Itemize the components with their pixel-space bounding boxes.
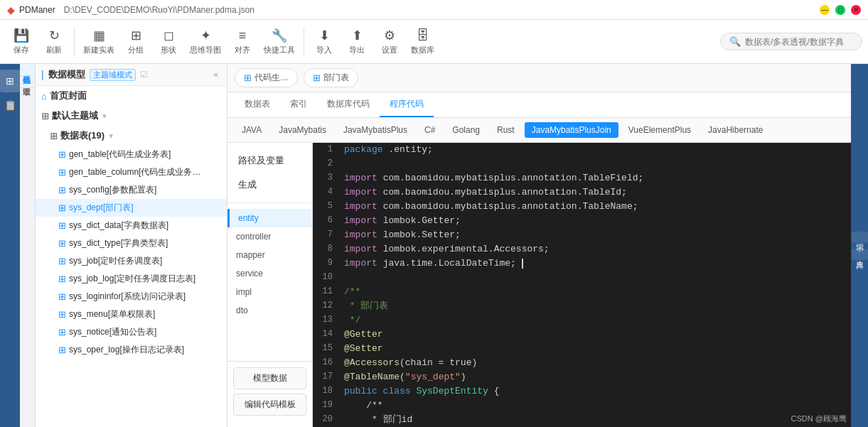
lang-tab-javamybatis[interactable]: JavaMybatis xyxy=(272,122,333,138)
database-icon: 🗄 xyxy=(417,28,429,43)
close-button[interactable]: ✕ xyxy=(851,5,861,15)
sidebar-item-entity[interactable]: entity xyxy=(227,209,312,227)
align-button[interactable]: ≡ 对齐 xyxy=(227,23,258,61)
lang-tab-csharp[interactable]: C# xyxy=(417,122,442,138)
line-number: 15 xyxy=(313,342,338,356)
group-button[interactable]: ⊞ 分组 xyxy=(120,23,151,61)
database-button[interactable]: 🗄 数据库 xyxy=(407,23,439,61)
import-icon: ⬇ xyxy=(319,28,330,43)
right-sidebar-label-2[interactable]: 典库 xyxy=(852,249,868,260)
left-panel: | 数据模型 主题域模式 ☑ « ⌂ 首页封面 ⊞ 默认主题域 ▼ ⊞ 数据表(… xyxy=(36,64,227,427)
line-content: import lombok.experimental.Accessors; xyxy=(338,242,555,256)
path-vars-btn[interactable]: 路径及变量 xyxy=(227,148,312,173)
table-item[interactable]: ⊞ sys_logininfor[系统访问记录表] xyxy=(36,288,227,306)
lang-tab-javahibernate[interactable]: JavaHibernate xyxy=(701,122,770,138)
lang-tab-golang[interactable]: Golang xyxy=(445,122,487,138)
line-number: 10 xyxy=(313,271,338,285)
code-line: 16 @Accessors(chain = true) xyxy=(313,356,851,370)
model-data-btn[interactable]: 模型数据 xyxy=(233,367,306,389)
quick-tools-button[interactable]: 🔧 快捷工具 xyxy=(259,23,299,61)
panel-collapse-btn[interactable]: « xyxy=(210,68,221,81)
code-gen-tab-btn[interactable]: ⊞ 代码生… xyxy=(235,68,298,87)
entity-icon-btn[interactable]: 📋 xyxy=(0,94,20,117)
code-line: 19 /** xyxy=(313,399,851,413)
line-number: 9 xyxy=(313,256,338,271)
window-controls: — □ ✕ xyxy=(820,5,861,15)
tables-section-header[interactable]: ⊞ 数据表(19) ▼ xyxy=(36,126,227,146)
table-icon: ⊞ xyxy=(58,309,66,320)
table-item[interactable]: ⊞ sys_dict_type[字典类型表] xyxy=(36,234,227,252)
tab-progcode[interactable]: 程序代码 xyxy=(380,92,434,117)
new-table-button[interactable]: ▦ 新建实表 xyxy=(79,23,119,61)
tables-expand-arrow: ▼ xyxy=(107,132,114,140)
lang-tab-vueelementplus[interactable]: VueElementPlus xyxy=(621,122,698,138)
sidebar-item-mapper[interactable]: mapper xyxy=(227,246,312,264)
watermark: CSDN @顾海鹰 xyxy=(791,414,847,424)
code-gen-tab-icon: ⊞ xyxy=(244,72,252,83)
toolbar-separator-2 xyxy=(304,28,304,56)
generate-btn[interactable]: 生成 xyxy=(227,173,312,197)
sidebar-item-service[interactable]: service xyxy=(227,264,312,283)
table-icon: ⊞ xyxy=(58,274,66,284)
sidebar-item-dto[interactable]: dto xyxy=(227,301,312,320)
table-item[interactable]: ⊞ gen_table[代码生成业务表] xyxy=(36,146,227,163)
table-item[interactable]: ⊞ sys_dept[部门表] xyxy=(36,199,227,217)
table-icon: ⊞ xyxy=(58,327,66,337)
lang-tab-java[interactable]: JAVA xyxy=(235,122,269,138)
table-item[interactable]: ⊞ gen_table_column[代码生成业务… xyxy=(36,163,227,181)
dept-table-tab-btn[interactable]: ⊞ 部门表 xyxy=(304,68,358,87)
mind-map-button[interactable]: ✦ 思维导图 xyxy=(186,23,225,61)
code-line: 4 import com.baomidou.mybatisplus.annota… xyxy=(313,185,851,200)
lang-tab-rust[interactable]: Rust xyxy=(490,122,522,138)
line-content: /** xyxy=(338,285,366,299)
settings-button[interactable]: ⚙ 设置 xyxy=(374,23,405,61)
search-input[interactable] xyxy=(745,37,853,47)
lang-tab-javamybatisplus[interactable]: JavaMybatisPlus xyxy=(336,122,414,138)
search-bar[interactable]: 🔍 xyxy=(720,33,862,50)
tab-datatable[interactable]: 数据表 xyxy=(235,92,280,117)
code-line: 12 * 部门表 xyxy=(313,299,851,313)
default-domain-item[interactable]: ⊞ 默认主题域 ▼ xyxy=(36,106,227,126)
minimize-button[interactable]: — xyxy=(820,5,830,15)
line-number: 7 xyxy=(313,228,338,242)
table-item[interactable]: ⊞ sys_dict_data[字典数据表] xyxy=(36,217,227,234)
code-line: 7 import lombok.Setter; xyxy=(313,228,851,242)
table-item[interactable]: ⊞ sys_job[定时任务调度表] xyxy=(36,252,227,270)
export-button[interactable]: ⬆ 导出 xyxy=(341,23,373,61)
right-sidebar-label-1[interactable]: 词字 xyxy=(852,232,868,243)
edit-template-btn[interactable]: 编辑代码模板 xyxy=(233,394,306,416)
maximize-button[interactable]: □ xyxy=(835,5,845,15)
tab-index[interactable]: 索引 xyxy=(280,92,317,117)
code-tabs: 数据表 索引 数据库代码 程序代码 xyxy=(227,92,851,118)
version-mgmt-label[interactable]: 版本管理 xyxy=(20,76,35,88)
code-gen-label[interactable]: 代码生成器 xyxy=(20,64,35,76)
model-icon-btn[interactable]: ⊞ xyxy=(0,70,20,92)
sidebar-item-controller[interactable]: controller xyxy=(227,227,312,246)
line-number: 16 xyxy=(313,356,338,370)
tab-dbcode[interactable]: 数据库代码 xyxy=(317,92,380,117)
code-sidebar-actions: 模型数据 编辑代码模板 xyxy=(227,361,312,421)
table-item[interactable]: ⊞ sys_notice[通知公告表] xyxy=(36,323,227,341)
line-number: 6 xyxy=(313,214,338,228)
import-button[interactable]: ⬇ 导入 xyxy=(309,23,340,61)
line-number: 4 xyxy=(313,185,338,200)
line-content xyxy=(338,157,350,171)
table-icon: ⊞ xyxy=(58,220,66,231)
homepage-item[interactable]: ⌂ 首页封面 xyxy=(36,86,227,106)
content-area: ⊞ 代码生… ⊞ 部门表 数据表 索引 数据库代码 程序代码 JAVA Java… xyxy=(227,64,851,427)
table-item[interactable]: ⊞ sys_job_log[定时任务调度日志表] xyxy=(36,270,227,288)
refresh-button[interactable]: ↻ 刷新 xyxy=(38,23,70,61)
quick-tools-icon: 🔧 xyxy=(272,28,287,43)
code-editor[interactable]: 1 package .entity;2 3 import com.baomido… xyxy=(313,143,851,427)
table-icon: ⊞ xyxy=(58,291,66,302)
line-number: 18 xyxy=(313,384,338,399)
shape-button[interactable]: ◻ 形状 xyxy=(153,23,184,61)
sidebar-item-impl[interactable]: impl xyxy=(227,283,312,301)
table-item[interactable]: ⊞ sys_menu[菜单权限表] xyxy=(36,306,227,323)
save-button[interactable]: 💾 保存 xyxy=(6,23,37,61)
expand-arrow: ▼ xyxy=(101,112,108,120)
table-item[interactable]: ⊞ sys_oper_log[操作日志记录表] xyxy=(36,341,227,359)
lang-tab-javamybatisplusjoin[interactable]: JavaMybatisPlusJoin xyxy=(525,122,618,138)
line-content: import com.baomidou.mybatisplus.annotati… xyxy=(338,171,649,185)
table-item[interactable]: ⊞ sys_config[参数配置表] xyxy=(36,181,227,199)
